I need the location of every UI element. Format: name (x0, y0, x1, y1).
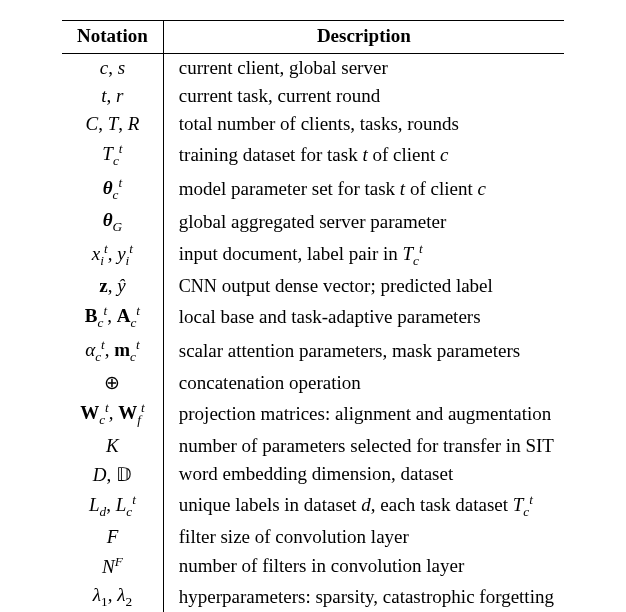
table-row: D, 𝔻word embedding dimension, dataset (62, 460, 564, 489)
header-row: Notation Description (62, 21, 564, 54)
table-row: xit, yitinput document, label pair in Tc… (62, 238, 564, 272)
notation-table: Notation Description c, scurrent client,… (62, 20, 564, 612)
table-row: Ffilter size of convolution layer (62, 523, 564, 551)
table-row: C, T, Rtotal number of clients, tasks, r… (62, 110, 564, 138)
notation-cell: αct, mct (62, 334, 163, 368)
description-cell: local base and task-adaptive parameters (163, 300, 564, 334)
description-cell: scalar attention parameters, mask parame… (163, 334, 564, 368)
notation-cell: λ1, λ2 (62, 581, 163, 612)
table-row: Tcttraining dataset for task t of client… (62, 138, 564, 172)
notation-cell: C, T, R (62, 110, 163, 138)
table-row: Ld, Lctunique labels in dataset d, each … (62, 489, 564, 523)
table-row: t, rcurrent task, current round (62, 82, 564, 110)
description-cell: total number of clients, tasks, rounds (163, 110, 564, 138)
description-cell: input document, label pair in Tct (163, 238, 564, 272)
notation-cell: Tct (62, 138, 163, 172)
table-row: θctmodel parameter set for task t of cli… (62, 172, 564, 206)
notation-cell: D, 𝔻 (62, 460, 163, 489)
description-cell: word embedding dimension, dataset (163, 460, 564, 489)
description-cell: concatenation operation (163, 368, 564, 397)
table-row: θGglobal aggregated server parameter (62, 206, 564, 238)
notation-cell: t, r (62, 82, 163, 110)
table-row: c, scurrent client, global server (62, 54, 564, 83)
description-cell: current client, global server (163, 54, 564, 83)
notation-cell: Bct, Act (62, 300, 163, 334)
notation-cell: ⊕ (62, 368, 163, 397)
table-row: αct, mctscalar attention parameters, mas… (62, 334, 564, 368)
table-row: λ1, λ2hyperparameters: sparsity, catastr… (62, 581, 564, 612)
notation-cell: θG (62, 206, 163, 238)
notation-cell: F (62, 523, 163, 551)
description-cell: global aggregated server parameter (163, 206, 564, 238)
description-cell: number of filters in convolution layer (163, 551, 564, 581)
description-cell: filter size of convolution layer (163, 523, 564, 551)
table-row: Wct, Wftprojection matrices: alignment a… (62, 397, 564, 431)
table-row: Bct, Actlocal base and task-adaptive par… (62, 300, 564, 334)
description-cell: CNN output dense vector; predicted label (163, 272, 564, 300)
notation-cell: Wct, Wft (62, 397, 163, 431)
header-notation: Notation (62, 21, 163, 54)
table-row: z, ŷCNN output dense vector; predicted l… (62, 272, 564, 300)
notation-cell: NF (62, 551, 163, 581)
notation-cell: Ld, Lct (62, 489, 163, 523)
description-cell: current task, current round (163, 82, 564, 110)
notation-cell: K (62, 432, 163, 460)
description-cell: hyperparameters: sparsity, catastrophic … (163, 581, 564, 612)
notation-cell: c, s (62, 54, 163, 83)
header-description: Description (163, 21, 564, 54)
description-cell: model parameter set for task t of client… (163, 172, 564, 206)
notation-cell: z, ŷ (62, 272, 163, 300)
table-row: ⊕concatenation operation (62, 368, 564, 397)
notation-cell: θct (62, 172, 163, 206)
description-cell: training dataset for task t of client c (163, 138, 564, 172)
table-row: Knumber of parameters selected for trans… (62, 432, 564, 460)
description-cell: projection matrices: alignment and augme… (163, 397, 564, 431)
description-cell: number of parameters selected for transf… (163, 432, 564, 460)
description-cell: unique labels in dataset d, each task da… (163, 489, 564, 523)
table-row: NFnumber of filters in convolution layer (62, 551, 564, 581)
notation-cell: xit, yit (62, 238, 163, 272)
